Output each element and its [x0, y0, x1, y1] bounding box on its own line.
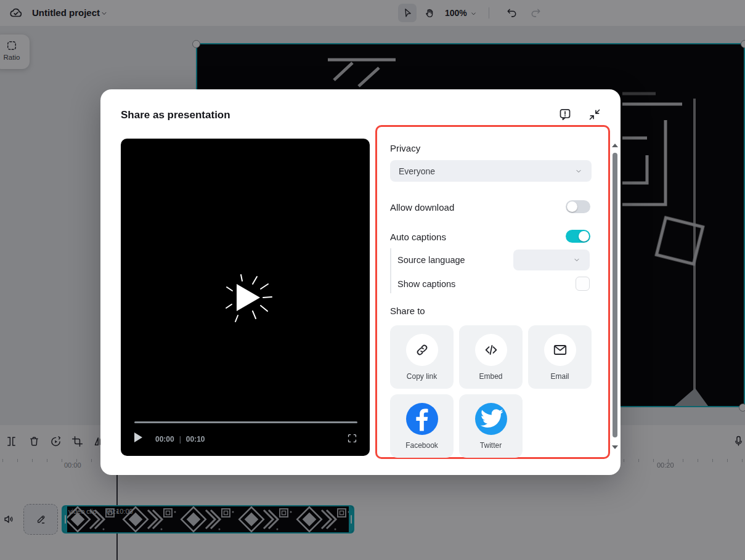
modal-title: Share as presentation	[121, 109, 230, 121]
scroll-up-arrow[interactable]	[612, 144, 618, 147]
share-settings-panel: Privacy Everyone Allow download Auto cap…	[375, 125, 610, 459]
share-email-button[interactable]: Email	[528, 325, 592, 389]
duration: 00:10	[186, 435, 205, 444]
feedback-icon	[558, 107, 572, 122]
privacy-value: Everyone	[399, 166, 435, 176]
preview-progress-bar[interactable]	[134, 421, 357, 423]
allow-download-label: Allow download	[390, 202, 454, 213]
privacy-label: Privacy	[390, 143, 420, 153]
video-preview[interactable]: 00:00 | 00:10	[121, 139, 370, 456]
share-option-label: Facebook	[405, 441, 438, 450]
preview-time: 00:00 | 00:10	[155, 435, 205, 444]
current-time: 00:00	[155, 435, 174, 444]
video-editor-app: Untitled project 100%	[0, 0, 745, 560]
scrollbar-thumb[interactable]	[613, 153, 617, 437]
toggle-knob	[579, 231, 589, 241]
email-icon	[544, 334, 576, 366]
time-separator: |	[179, 435, 181, 444]
preview-frame-art	[121, 139, 370, 456]
facebook-icon	[406, 403, 438, 435]
allow-download-toggle[interactable]	[566, 200, 590, 213]
embed-icon	[475, 334, 507, 366]
auto-captions-label: Auto captions	[390, 232, 446, 242]
share-copy-link-button[interactable]: Copy link	[390, 325, 454, 389]
twitter-icon	[475, 403, 507, 435]
share-option-label: Copy link	[407, 372, 437, 381]
share-option-label: Twitter	[480, 441, 502, 450]
source-language-dropdown[interactable]	[513, 250, 590, 270]
share-twitter-button[interactable]: Twitter	[459, 394, 523, 458]
collapse-button[interactable]	[586, 106, 603, 123]
share-facebook-button[interactable]: Facebook	[390, 394, 454, 458]
scroll-down-arrow[interactable]	[612, 445, 618, 449]
show-captions-label: Show captions	[397, 279, 455, 289]
collapse-icon	[587, 107, 602, 122]
copy-link-icon	[406, 334, 438, 366]
preview-fullscreen-button[interactable]	[346, 432, 358, 444]
share-option-label: Email	[550, 372, 569, 381]
preview-play-button[interactable]	[133, 432, 143, 443]
fullscreen-icon	[346, 432, 358, 444]
chevron-down-icon	[574, 168, 583, 175]
share-modal: Share as presentation	[100, 89, 621, 475]
source-language-label: Source language	[397, 255, 465, 265]
share-to-label: Share to	[390, 306, 425, 316]
toggle-knob	[567, 201, 577, 212]
panel-scrollbar[interactable]	[611, 142, 619, 451]
play-icon	[133, 432, 143, 443]
auto-captions-toggle[interactable]	[566, 230, 590, 243]
privacy-dropdown[interactable]: Everyone	[390, 160, 592, 182]
share-option-label: Embed	[479, 372, 502, 381]
feedback-button[interactable]	[556, 106, 574, 123]
chevron-down-icon	[572, 256, 581, 264]
show-captions-checkbox[interactable]	[576, 277, 590, 291]
captions-group-indent-line	[390, 248, 391, 293]
share-embed-button[interactable]: Embed	[459, 325, 523, 389]
